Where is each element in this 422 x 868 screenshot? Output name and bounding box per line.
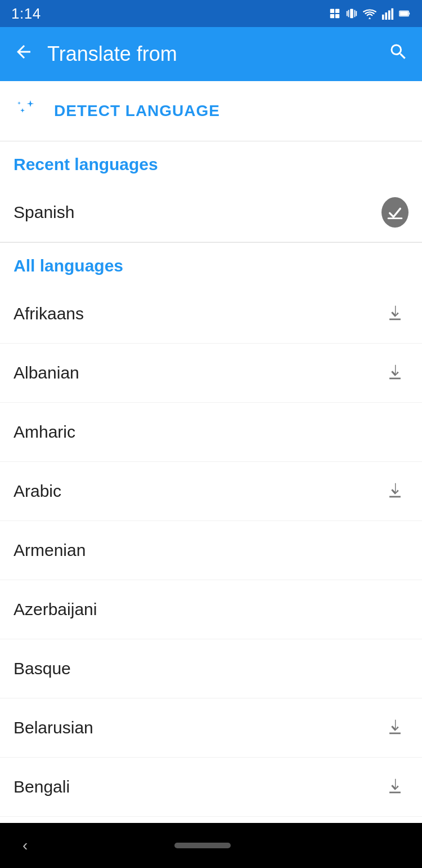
list-item[interactable]: Basque [0, 639, 422, 698]
no-action [381, 596, 408, 623]
status-time: 1:14 [11, 5, 41, 23]
list-item[interactable]: Azerbaijani [0, 580, 422, 639]
download-icon [385, 718, 405, 737]
language-name: Azerbaijani [14, 600, 381, 619]
bottom-nav-bar: ‹ [0, 823, 422, 868]
language-name: Armenian [14, 541, 381, 560]
language-name: Albanian [14, 363, 381, 382]
back-button[interactable] [9, 37, 38, 72]
download-button[interactable] [381, 773, 408, 800]
nav-back-button[interactable]: ‹ [23, 836, 28, 854]
svg-rect-1 [335, 9, 339, 13]
language-name: Afrikaans [14, 304, 381, 323]
list-item[interactable]: Spanish [0, 183, 422, 242]
selected-indicator [381, 199, 408, 226]
no-action [381, 537, 408, 564]
svg-rect-5 [347, 11, 348, 16]
language-name: Arabic [14, 482, 381, 501]
svg-rect-2 [330, 14, 334, 18]
language-name: Spanish [14, 203, 381, 222]
no-action [381, 655, 408, 682]
list-item[interactable]: Arabic [0, 462, 422, 521]
download-button[interactable] [381, 359, 408, 386]
svg-rect-9 [382, 15, 384, 20]
recent-languages-header: Recent languages [0, 141, 422, 183]
vibrate-icon [345, 7, 358, 20]
checkmark-circle [381, 197, 408, 228]
detect-language-button[interactable]: DETECT LANGUAGE [0, 81, 422, 141]
list-item[interactable]: Amharic [0, 403, 422, 462]
language-list: Afrikaans Albanian AmharicArabic Armenia… [0, 284, 422, 868]
download-icon [385, 777, 405, 796]
all-languages-header: All languages [0, 243, 422, 284]
signal-icon [381, 7, 394, 20]
svg-rect-6 [356, 11, 357, 16]
svg-rect-3 [335, 14, 339, 18]
language-name: Belarusian [14, 718, 381, 737]
svg-rect-10 [385, 12, 387, 20]
list-item[interactable]: Armenian [0, 521, 422, 580]
download-icon [385, 482, 405, 501]
page-title: Translate from [47, 42, 375, 66]
svg-rect-11 [388, 11, 390, 20]
language-name: Bengali [14, 777, 381, 796]
download-button[interactable] [381, 478, 408, 505]
svg-rect-14 [408, 12, 410, 15]
list-item[interactable]: Afrikaans [0, 284, 422, 344]
svg-rect-0 [330, 9, 334, 13]
svg-rect-15 [400, 11, 408, 15]
status-bar: 1:14 [0, 0, 422, 27]
notification-icon [329, 7, 341, 20]
svg-rect-12 [391, 8, 393, 20]
home-indicator[interactable] [174, 843, 231, 848]
wifi-icon [362, 7, 377, 20]
download-button[interactable] [381, 714, 408, 741]
sparkles-icon [14, 97, 38, 125]
status-icons [329, 7, 411, 20]
svg-rect-4 [350, 9, 353, 19]
detect-language-label: DETECT LANGUAGE [54, 102, 220, 120]
svg-rect-8 [354, 10, 356, 17]
language-name: Amharic [14, 422, 381, 442]
list-item[interactable]: Bengali [0, 758, 422, 817]
list-item[interactable]: Belarusian [0, 698, 422, 758]
no-action [381, 419, 408, 446]
list-item[interactable]: Albanian [0, 344, 422, 403]
download-icon [385, 304, 405, 323]
download-button[interactable] [381, 300, 408, 327]
search-button[interactable] [384, 37, 413, 72]
battery-icon [398, 7, 411, 20]
app-bar: Translate from [0, 27, 422, 81]
svg-rect-7 [348, 10, 349, 17]
download-icon [385, 363, 405, 382]
language-name: Basque [14, 659, 381, 678]
